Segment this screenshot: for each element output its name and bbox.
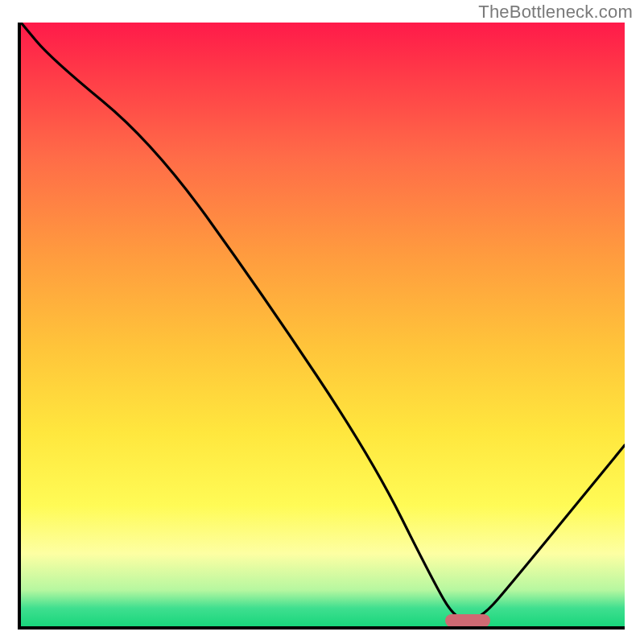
- chart-line-layer: [21, 23, 625, 626]
- chart-plot-area: [18, 23, 625, 630]
- optimal-marker: [445, 614, 490, 627]
- bottleneck-curve-path: [21, 23, 625, 621]
- watermark-text: TheBottleneck.com: [478, 2, 633, 23]
